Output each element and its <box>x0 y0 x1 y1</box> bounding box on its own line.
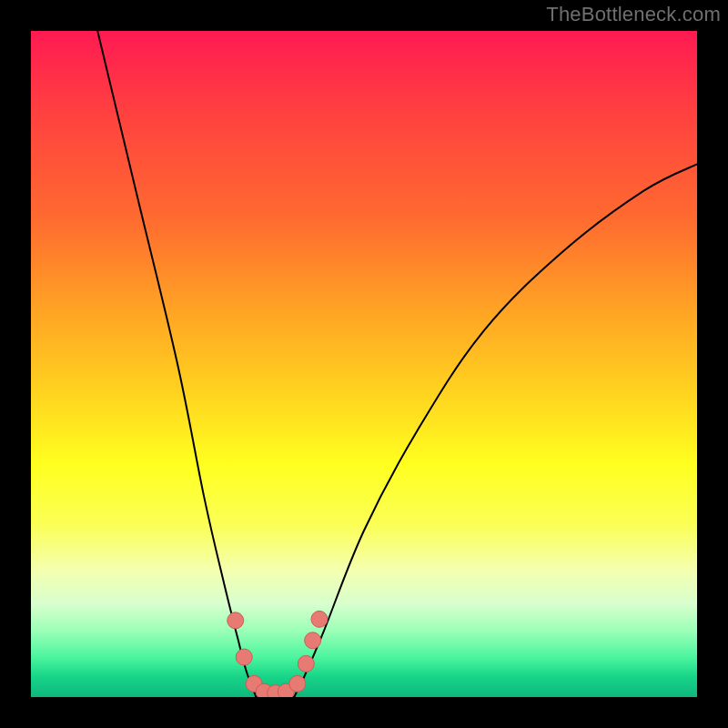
bottleneck-curve <box>97 31 697 697</box>
valley-marker <box>305 632 321 649</box>
valley-marker <box>236 649 252 665</box>
valley-marker <box>298 655 314 672</box>
valley-markers <box>228 611 328 697</box>
valley-marker <box>228 612 244 629</box>
chart-frame: TheBottleneck.com <box>0 0 728 728</box>
watermark-text: TheBottleneck.com <box>546 3 721 26</box>
plot-area <box>31 31 697 697</box>
valley-marker <box>311 611 328 627</box>
valley-marker <box>289 675 306 692</box>
curve-path <box>97 31 697 697</box>
curve-layer <box>31 31 697 697</box>
